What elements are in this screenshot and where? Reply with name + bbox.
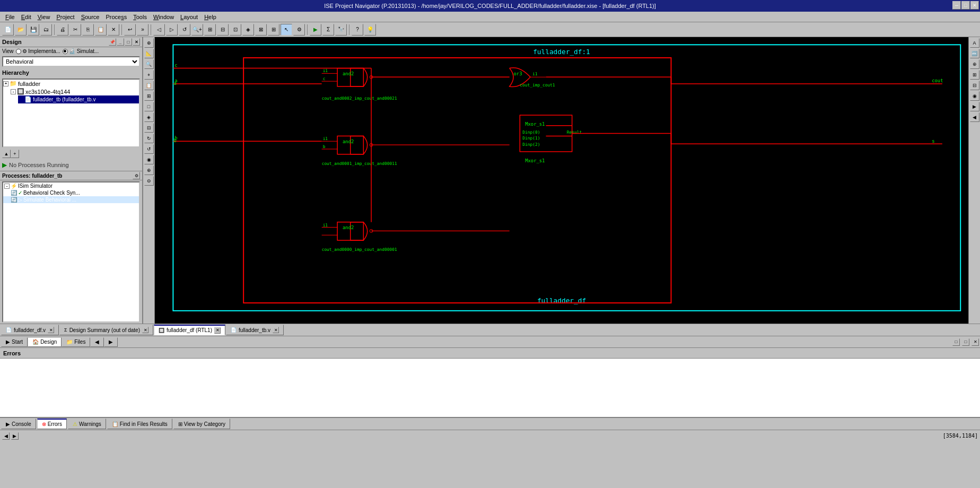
right-btn-5[interactable]: ⊟: [970, 81, 979, 90]
toolbar-b3[interactable]: ⊡: [230, 24, 241, 36]
radio-impl[interactable]: ⚙ Implementa...: [16, 48, 60, 54]
right-btn-2[interactable]: 🔤: [970, 49, 979, 58]
menu-process[interactable]: Process: [103, 13, 130, 21]
right-btn-7[interactable]: ▶: [970, 102, 979, 111]
panel-max[interactable]: □: [125, 38, 132, 46]
processes-tree[interactable]: - ⚡ ISim Simulator 🔄 ✓ Behavioral Check …: [2, 181, 140, 323]
btn-up[interactable]: ▲: [2, 150, 11, 158]
side-btn-14[interactable]: ⊖: [144, 176, 154, 186]
console-tab-category[interactable]: ⊞ View by Category: [173, 419, 230, 429]
errors-panel-ctrl2[interactable]: □: [962, 338, 969, 346]
toolbar-save-all[interactable]: 🗂: [40, 24, 52, 36]
toolbar-b6[interactable]: ⊞: [268, 24, 279, 36]
errors-panel-ctrl1[interactable]: □: [952, 338, 960, 346]
toolbar-b8[interactable]: 💡: [364, 24, 376, 36]
maximize-button[interactable]: □: [961, 1, 970, 10]
processes-settings[interactable]: ⚙: [133, 172, 140, 179]
bottom-tab-nav-fwd[interactable]: ▶: [104, 337, 118, 347]
process-check[interactable]: 🔄 ✓ Behavioral Check Syn...: [3, 189, 139, 196]
tree-item-chip[interactable]: - 🔲 xc3s100e-4tq144: [11, 88, 139, 95]
toolbar-pointer[interactable]: ↖: [281, 24, 292, 36]
expand-isim[interactable]: -: [4, 184, 10, 189]
menu-edit[interactable]: Edit: [18, 13, 34, 21]
toolbar-undo[interactable]: ↩: [124, 24, 136, 36]
toolbar-back[interactable]: ◁: [153, 24, 165, 36]
toolbar-delete[interactable]: ✕: [108, 24, 119, 36]
bottom-tab-start[interactable]: ▶ Start: [1, 337, 28, 347]
side-btn-3[interactable]: 🔍: [144, 59, 154, 69]
side-btn-6[interactable]: ⊞: [144, 91, 154, 101]
toolbar-b5[interactable]: ⊠: [255, 24, 267, 36]
right-btn-3[interactable]: ⊕: [970, 59, 979, 69]
toolbar-paste[interactable]: 📋: [95, 24, 107, 36]
console-tab-console[interactable]: ▶ Console: [1, 419, 36, 429]
menu-source[interactable]: Source: [78, 13, 103, 21]
scroll-right-btn[interactable]: ▶: [11, 432, 19, 440]
console-tab-find[interactable]: 📋 Find in Files Results: [107, 419, 172, 429]
menu-project[interactable]: Project: [53, 13, 77, 21]
radio-sim[interactable]: 🔬 Simulat...: [63, 48, 99, 54]
process-isim[interactable]: - ⚡ ISim Simulator: [3, 182, 139, 189]
menu-view[interactable]: View: [34, 13, 54, 21]
side-btn-4[interactable]: ⌖: [144, 70, 154, 80]
status-scroll-area[interactable]: ◀ ▶: [2, 432, 943, 440]
console-tab-errors[interactable]: ⊗ Errors: [37, 419, 67, 429]
tab-fulladder-rtl[interactable]: 🔲 fulladder_df (RTL1) ✕: [154, 325, 225, 335]
bottom-tab-nav-back[interactable]: ◀: [90, 337, 104, 347]
toolbar-new[interactable]: 📄: [2, 24, 14, 36]
menu-layout[interactable]: Layout: [177, 13, 201, 21]
toolbar-b4[interactable]: ◈: [242, 24, 254, 36]
right-btn-4[interactable]: ⊞: [970, 70, 979, 80]
toolbar-save[interactable]: 💾: [28, 24, 39, 36]
toolbar-print[interactable]: 🖨: [57, 24, 68, 36]
tree-item-fulladder[interactable]: + 📁 fulladder: [3, 80, 139, 88]
menu-window[interactable]: Window: [150, 13, 177, 21]
toolbar-run[interactable]: ▶: [310, 24, 321, 36]
toolbar-copy[interactable]: ⎘: [82, 24, 94, 36]
menu-tools[interactable]: Tools: [130, 13, 150, 21]
expand-fulladder[interactable]: +: [3, 81, 8, 86]
close-button[interactable]: ✕: [970, 1, 979, 10]
toolbar-sigma[interactable]: Σ: [322, 24, 334, 36]
canvas-area[interactable]: fulladder_df:1 fulladder_df a b c cout s: [155, 37, 968, 324]
side-btn-5[interactable]: 📋: [144, 81, 154, 90]
tab-close-2[interactable]: ✕: [142, 327, 148, 333]
menu-help[interactable]: Help: [201, 13, 220, 21]
toolbar-b2[interactable]: ⊟: [217, 24, 229, 36]
toolbar-more[interactable]: »: [137, 24, 148, 36]
side-btn-8[interactable]: ◈: [144, 112, 154, 122]
side-btn-1[interactable]: ⊕: [144, 38, 154, 48]
panel-close[interactable]: ✕: [133, 38, 140, 46]
errors-panel-close[interactable]: ✕: [972, 338, 979, 346]
side-btn-12[interactable]: ◉: [144, 155, 154, 164]
right-btn-1[interactable]: A: [970, 38, 979, 48]
toolbar-forward[interactable]: ▷: [166, 24, 178, 36]
bottom-tab-design[interactable]: 🏠 Design: [28, 337, 62, 347]
expand-chip[interactable]: -: [11, 89, 16, 94]
side-btn-11[interactable]: ↺: [144, 144, 154, 154]
tab-close-4[interactable]: ✕: [273, 327, 279, 333]
side-btn-2[interactable]: 📐: [144, 49, 154, 58]
tab-design-summary[interactable]: Σ Design Summary (out of date) ✕: [59, 325, 153, 335]
tab-close-1[interactable]: ✕: [48, 327, 54, 333]
toolbar-search[interactable]: 🔭: [335, 24, 347, 36]
tab-fulladder-df-v[interactable]: 📄 fulladder_df.v ✕: [1, 325, 59, 335]
bottom-tab-files[interactable]: 📁 Files: [62, 337, 90, 347]
toolbar-open[interactable]: 📂: [15, 24, 27, 36]
toolbar-help[interactable]: ?: [352, 24, 363, 36]
toolbar-b7[interactable]: ⚙: [293, 24, 305, 36]
side-btn-10[interactable]: ↻: [144, 134, 154, 143]
hierarchy-tree[interactable]: + 📁 fulladder - 🔲 xc3s100e-4tq144 📄 full…: [2, 79, 140, 147]
btn-add[interactable]: +: [11, 150, 19, 158]
toolbar-refresh[interactable]: ↺: [179, 24, 190, 36]
menu-file[interactable]: File: [2, 13, 18, 21]
right-btn-6[interactable]: ◉: [970, 91, 979, 101]
side-btn-7[interactable]: □: [144, 102, 154, 111]
scroll-left-btn[interactable]: ◀: [2, 432, 10, 440]
panel-min[interactable]: _: [117, 38, 124, 46]
right-btn-8[interactable]: ◀: [970, 112, 979, 122]
toolbar-zoom-in[interactable]: 🔍+: [191, 24, 203, 36]
console-tab-warnings[interactable]: ⚠ Warnings: [68, 419, 106, 429]
tree-item-module[interactable]: 📄 fulladder_tb (fulladder_tb.v: [18, 95, 139, 103]
side-btn-9[interactable]: ⊟: [144, 123, 154, 133]
